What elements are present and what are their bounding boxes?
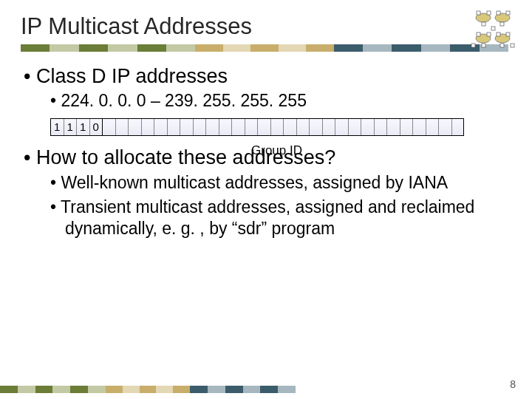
- bit-cell: [310, 119, 323, 135]
- title-accent-stripe: [21, 44, 508, 52]
- svg-rect-4: [477, 11, 480, 15]
- svg-rect-7: [506, 11, 510, 15]
- svg-rect-12: [487, 33, 491, 36]
- bit-cell: [206, 119, 219, 135]
- svg-rect-14: [506, 33, 510, 36]
- bit-row: 1 1 1 0: [50, 118, 464, 136]
- address-bit-diagram: 1 1 1 0: [50, 118, 511, 136]
- bit-cell: [413, 119, 426, 135]
- svg-rect-9: [500, 22, 504, 26]
- slide: IP Multicast Addresses Class D IP addres…: [0, 0, 532, 399]
- svg-rect-18: [511, 44, 514, 47]
- bit-cell: [361, 119, 375, 135]
- bit-cell: [297, 119, 310, 135]
- svg-rect-5: [487, 11, 491, 15]
- svg-rect-16: [500, 44, 504, 47]
- slide-title: IP Multicast Addresses: [21, 13, 511, 40]
- bit-cell: [375, 119, 388, 135]
- footer-accent-stripe: [0, 386, 296, 393]
- bit-cell: [271, 119, 284, 135]
- bit-cell: [154, 119, 168, 135]
- bit-cell: 0: [90, 119, 103, 135]
- bit-cell: [323, 119, 336, 135]
- bit-cell: [439, 119, 452, 135]
- bit-cell: [232, 119, 245, 135]
- bullet-iana: Well-known multicast addresses, assigned…: [21, 172, 511, 194]
- bit-cell: [180, 119, 194, 135]
- bullet-transient: Transient multicast addresses, assigned …: [21, 197, 511, 239]
- bit-cell: 1: [51, 119, 64, 135]
- svg-rect-17: [471, 44, 475, 47]
- bit-cell: [284, 119, 297, 135]
- svg-rect-13: [497, 33, 500, 36]
- bit-cell: [258, 119, 271, 135]
- svg-rect-15: [482, 44, 485, 47]
- bit-cell: [142, 119, 155, 135]
- bit-cell: [335, 119, 349, 135]
- svg-rect-10: [491, 27, 495, 30]
- bit-cell: [387, 119, 400, 135]
- bit-cell: [452, 119, 466, 135]
- group-id-label: Group ID: [251, 143, 302, 158]
- bit-cell: [219, 119, 233, 135]
- bit-cell: 1: [64, 119, 78, 135]
- bit-cell: [103, 119, 116, 135]
- svg-rect-6: [497, 11, 500, 15]
- bit-cell: [426, 119, 440, 135]
- bit-cell: 1: [77, 119, 90, 135]
- bit-cell: [129, 119, 142, 135]
- svg-rect-8: [482, 22, 485, 26]
- bit-cell: [400, 119, 414, 135]
- page-number: 8: [510, 378, 516, 390]
- bullet-class-d: Class D IP addresses: [24, 65, 511, 88]
- bit-cell: [245, 119, 259, 135]
- bit-cell: [194, 119, 207, 135]
- bit-cell: [349, 119, 362, 135]
- bullet-address-range: 224. 0. 0. 0 – 239. 255. 255. 255: [50, 91, 511, 111]
- bit-cell: [116, 119, 129, 135]
- bit-cell: [168, 119, 181, 135]
- network-decoration-icon: [467, 9, 519, 52]
- svg-rect-11: [477, 33, 480, 36]
